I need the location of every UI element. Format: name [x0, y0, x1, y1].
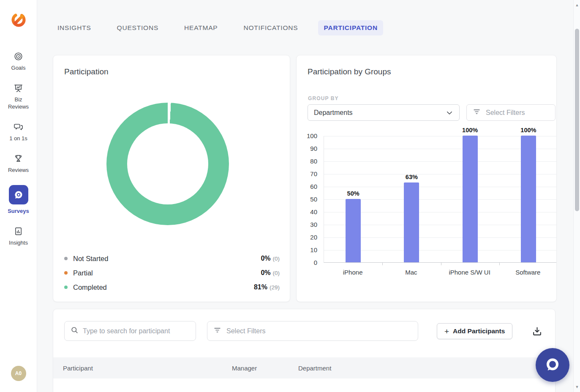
bar-value-label: 100% — [499, 127, 557, 133]
y-tick-label: 30 — [297, 220, 317, 229]
sidebar-item-label: Insights — [9, 239, 28, 246]
bar-value-label: 63% — [382, 174, 441, 180]
chevron-down-icon — [446, 109, 453, 117]
y-tick-label: 70 — [297, 170, 317, 178]
sidebar-item-insights[interactable]: Insights — [0, 226, 37, 246]
sidebar-item-label: Surveys — [8, 207, 29, 215]
legend-label: Partial — [73, 269, 93, 277]
bar-plot: 50%63%100%100% — [324, 136, 557, 263]
logo-icon — [10, 11, 27, 29]
scrollbar-thumb[interactable] — [575, 29, 579, 211]
tab-heatmap[interactable]: HEATMAP — [179, 20, 223, 35]
bar-iphone-s-w-ui — [463, 136, 478, 262]
legend-percent: 0% — [261, 269, 270, 277]
bar-software — [521, 136, 536, 262]
legend-percent: 0% — [261, 255, 270, 262]
main-content: INSIGHTS QUESTIONS HEATMAP NOTIFICATIONS… — [37, 0, 573, 392]
participation-legend: Not Started 0% (0) Partial 0% (0) — [64, 251, 280, 294]
sidebar-item-biz-reviews[interactable]: Biz Reviews — [0, 83, 37, 110]
column-header-participant[interactable]: Participant — [63, 365, 232, 372]
participation-card: Participation Not Started 0% (0) Partial — [53, 55, 290, 302]
bar-value-label: 50% — [324, 190, 382, 197]
trophy-icon — [14, 153, 24, 163]
bar-value-label: 100% — [441, 127, 499, 133]
column-header-manager[interactable]: Manager — [232, 365, 298, 372]
legend-row-completed: Completed 81% (29) — [64, 280, 280, 294]
group-by-label: GROUP BY — [308, 95, 339, 101]
filter-icon — [213, 326, 221, 336]
table-filter-input[interactable] — [207, 321, 418, 341]
sidebar: Goals Biz Reviews 1 on 1s Reviews — [0, 0, 37, 392]
groups-filter-input[interactable]: Select Filters — [466, 104, 555, 121]
participants-table-card: + Add Participants Participant Manager D… — [53, 309, 555, 392]
table-header: Participant Manager Department — [53, 357, 555, 378]
sidebar-item-label: Reviews — [8, 166, 29, 174]
avatar[interactable]: A0 — [11, 366, 26, 381]
y-tick-label: 100 — [297, 132, 317, 140]
x-axis-label: iPhone S/W UI — [441, 269, 499, 276]
x-axis-label: iPhone — [324, 269, 382, 276]
group-by-selected-value: Departments — [314, 109, 353, 117]
legend-label: Not Started — [73, 255, 108, 263]
column-header-department[interactable]: Department — [298, 365, 555, 372]
sidebar-nav: Goals Biz Reviews 1 on 1s Reviews — [0, 40, 37, 246]
y-tick-label: 20 — [297, 233, 317, 242]
y-tick-label: 80 — [297, 157, 317, 166]
sidebar-item-goals[interactable]: Goals — [0, 51, 37, 71]
x-tick-mark — [499, 262, 500, 265]
filter-icon — [473, 108, 481, 117]
bar-chart: 1009080706050403020100 50%63%100%100% iP… — [297, 136, 556, 282]
sidebar-item-label: Biz Reviews — [5, 96, 32, 110]
presentation-board-icon — [14, 83, 24, 93]
surveys-active-tile — [9, 185, 28, 204]
sidebar-item-reviews[interactable]: Reviews — [0, 153, 37, 174]
plus-icon: + — [444, 327, 449, 335]
donut-hole — [127, 123, 208, 204]
tab-notifications[interactable]: NOTIFICATIONS — [238, 20, 304, 35]
add-participants-button[interactable]: + Add Participants — [437, 323, 512, 339]
chat-bubbles-icon — [14, 122, 24, 132]
sidebar-item-1-on-1s[interactable]: 1 on 1s — [0, 122, 37, 142]
groups-card-title: Participation by Groups — [308, 67, 391, 76]
group-by-select[interactable]: Departments — [308, 104, 460, 121]
legend-value: 0% (0) — [261, 269, 280, 277]
x-tick-mark — [382, 262, 383, 265]
app-root: Goals Biz Reviews 1 on 1s Reviews — [0, 0, 580, 392]
scroll-down-arrow[interactable]: ▼ — [574, 384, 580, 390]
filter-placeholder: Select Filters — [486, 109, 525, 117]
participation-card-title: Participation — [64, 67, 109, 76]
legend-dot — [64, 257, 68, 260]
y-tick-label: 50 — [297, 195, 317, 204]
legend-dot — [64, 286, 68, 289]
tab-insights[interactable]: INSIGHTS — [52, 20, 97, 35]
scroll-up-arrow[interactable]: ▲ — [574, 2, 580, 8]
sidebar-item-label: 1 on 1s — [9, 135, 27, 142]
scrollbar[interactable]: ▲ ▼ — [573, 0, 580, 392]
legend-count: (29) — [270, 284, 280, 291]
download-icon — [532, 326, 542, 337]
legend-row-not-started: Not Started 0% (0) — [64, 251, 280, 266]
bar-mac — [404, 182, 419, 262]
goals-target-icon — [14, 51, 24, 61]
participation-donut — [106, 103, 229, 225]
app-logo[interactable] — [10, 11, 27, 29]
chat-button[interactable] — [536, 348, 569, 382]
legend-dot — [64, 271, 68, 275]
y-tick-label: 40 — [297, 208, 317, 216]
participant-search-input[interactable] — [64, 321, 196, 341]
y-tick-label: 10 — [297, 246, 317, 254]
bar-iphone — [346, 199, 361, 262]
participation-by-groups-card: Participation by Groups GROUP BY Departm… — [296, 55, 557, 302]
x-axis-label: Software — [499, 269, 557, 276]
legend-row-partial: Partial 0% (0) — [64, 266, 280, 280]
y-tick-label: 90 — [297, 144, 317, 153]
participant-search-field[interactable] — [83, 327, 190, 335]
tab-participation[interactable]: PARTICIPATION — [318, 20, 383, 35]
download-button[interactable] — [529, 323, 545, 339]
sidebar-item-surveys[interactable]: Surveys — [0, 185, 37, 215]
table-filter-field[interactable] — [226, 327, 412, 335]
sidebar-item-label: Goals — [11, 64, 26, 71]
tab-questions[interactable]: QUESTIONS — [112, 20, 164, 35]
survey-chat-icon — [14, 190, 24, 200]
y-tick-label: 60 — [297, 182, 317, 191]
